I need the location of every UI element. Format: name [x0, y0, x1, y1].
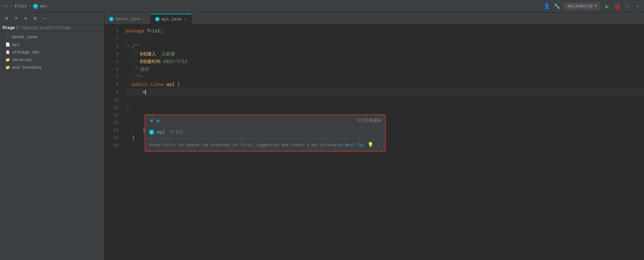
next-tip-button[interactable]: Next Tip: [345, 141, 364, 149]
code-line-9[interactable]: w: [126, 88, 644, 96]
autocomplete-w-letter: w: [157, 118, 159, 123]
breadcrumb-sep2: ›: [29, 4, 31, 9]
project-path: E:\myblog\javaFirstStage: [16, 26, 71, 30]
debug-icon[interactable]: 🐞: [614, 3, 621, 10]
tree-item-consoles-label: and Consoles: [12, 65, 42, 70]
tree-item-base1[interactable]: ☕ base1.java: [0, 33, 104, 41]
comment-desc: * 描述: [132, 65, 149, 73]
collapse-icon[interactable]: ≡: [13, 15, 20, 22]
run-config-button[interactable]: HelloWorld ▼: [564, 3, 600, 10]
autocomplete-wyl-text: wyl frist: [157, 128, 381, 136]
class-name: wyl: [167, 81, 174, 88]
tree-item-libraries-label: ibraries: [12, 58, 32, 62]
run-icon[interactable]: ▶: [604, 3, 610, 10]
breadcrumb-wyl: wyl: [40, 4, 47, 9]
code-content[interactable]: package frist; ▽ /** * @创建人 王延领 * @创建时间 …: [122, 24, 644, 260]
code-line-10: [126, 96, 644, 104]
brace-open: {: [177, 81, 180, 88]
code-editor[interactable]: 1 2 3 4 5 6 7 8 9 10 11 12 13 14 15 16: [105, 24, 644, 260]
code-line-11: ▷: [126, 104, 644, 111]
tree-item-iml-label: stStage.iml: [12, 50, 39, 55]
indent-spaces: [132, 88, 143, 96]
profile-run-icon[interactable]: ↩: [634, 3, 641, 10]
autocomplete-w-text: w: [157, 117, 354, 125]
indent-14: [132, 127, 143, 134]
autocomplete-item-wyl[interactable]: C wyl frist: [145, 127, 385, 138]
comment-line4: *: [132, 50, 140, 58]
fold-icon-3[interactable]: ▽: [126, 44, 130, 48]
profile-icon[interactable]: 👤: [544, 3, 550, 10]
iml-icon: 📋: [5, 50, 10, 55]
cursor: [145, 90, 146, 95]
wyl-icon: 📄: [5, 42, 10, 47]
settings-icon[interactable]: ⚙: [32, 15, 39, 22]
comment-end: **/: [132, 73, 143, 81]
code-line-8: public class wyl {: [126, 81, 644, 88]
code-line-2: [126, 35, 644, 43]
tab-wyl[interactable]: C wyl.java ✕: [151, 14, 192, 24]
typed-w: w: [143, 88, 145, 96]
autocomplete-wyl-rest: yl: [159, 130, 165, 135]
code-line-1: package frist;: [126, 27, 644, 35]
autocomplete-w-hint: 方式注释模板: [357, 117, 381, 125]
tab-bar: C base1.java ✕ C wyl.java ✕: [105, 13, 644, 24]
tab-base1-close[interactable]: ✕: [142, 17, 146, 22]
tree-item-libraries[interactable]: 📁 ibraries: [0, 56, 104, 64]
pkg-name: frist: [147, 27, 160, 35]
tree-item-wyl-label: wyl: [12, 42, 19, 47]
author-name: 王延领: [161, 50, 174, 58]
tree-item-consoles[interactable]: 📁 and Consoles: [0, 64, 104, 71]
add-icon[interactable]: ⊕: [3, 15, 10, 22]
wrench-icon[interactable]: 🔧: [554, 3, 560, 10]
tree-item-iml[interactable]: 📋 stStage.iml: [0, 48, 104, 56]
breadcrumb-class-icon: C: [33, 4, 38, 9]
bulb-icon[interactable]: 💡: [367, 141, 374, 149]
footer-icons: 💡 ⋮: [367, 141, 381, 149]
comment-line5: *: [132, 58, 140, 65]
tab-wyl-close[interactable]: ✕: [183, 17, 187, 22]
sidebar: ⊕ ≡ ⇅ ⚙ — Stage E:\myblog\javaFirstStage…: [0, 13, 105, 260]
project-stage-label: Stage: [3, 25, 15, 30]
autocomplete-popup[interactable]: W w 方式注释模板 C wyl frist: [145, 114, 386, 152]
expand-icon[interactable]: ⇅: [22, 15, 29, 22]
fold-icon-11[interactable]: ▷: [126, 105, 130, 109]
breadcrumb-sep1: ›: [10, 4, 13, 9]
semicolon1: ;: [160, 27, 163, 35]
autocomplete-wyl-pkg: frist: [170, 130, 183, 135]
editor-area: C base1.java ✕ C wyl.java ✕ 1 2 3 4 5 6 …: [105, 13, 644, 260]
kw-class: class: [151, 81, 164, 88]
annotation-time: @创建时间: [140, 58, 160, 65]
run-config-label: HelloWorld: [568, 4, 592, 9]
comment-start: /**: [132, 43, 140, 50]
code-line-6: * 描述: [126, 65, 644, 73]
close-sidebar-icon[interactable]: —: [41, 15, 48, 22]
code-line-7: **/: [126, 73, 644, 81]
tree-item-base1-label: base1.java: [12, 35, 37, 39]
autocomplete-item-w[interactable]: W w 方式注释模板: [145, 115, 385, 127]
breadcrumb-rc: rc: [3, 4, 8, 9]
libraries-icon: 📁: [5, 57, 10, 62]
kw-package: package: [126, 27, 144, 35]
java-file-icon: ☕: [5, 34, 10, 39]
title-bar-right: 👤 🔧 HelloWorld ▼ ▶ 🐞 ⚡ ↩: [544, 3, 641, 10]
autocomplete-class-icon: C: [149, 130, 154, 135]
code-line-5: * @创建时间 2021/7/12: [126, 58, 644, 65]
line-numbers: 1 2 3 4 5 6 7 8 9 10 11 12 13 14 15 16: [105, 24, 122, 260]
tab-base1-label: base1.java: [115, 17, 140, 21]
code-line-4: * @创建人 王延领: [126, 50, 644, 58]
tree-item-wyl[interactable]: 📄 wyl: [0, 41, 104, 48]
more-options-icon[interactable]: ⋮: [376, 141, 381, 149]
footer-tip-text: Press Ctrl+. to choose the selected (or …: [149, 141, 343, 149]
tab-base1[interactable]: C base1.java ✕: [105, 14, 151, 24]
tab-wyl-label: wyl.java: [161, 17, 181, 22]
coverage-icon[interactable]: ⚡: [624, 3, 631, 10]
sidebar-toolbar: ⊕ ≡ ⇅ ⚙ —: [0, 13, 104, 24]
autocomplete-footer: Press Ctrl+. to choose the selected (or …: [145, 140, 385, 151]
main-container: ⊕ ≡ ⇅ ⚙ — Stage E:\myblog\javaFirstStage…: [0, 13, 644, 260]
consoles-icon: 📁: [5, 65, 10, 70]
breadcrumb: rc › frist › C wyl: [3, 4, 48, 9]
autocomplete-w-icon: W: [149, 118, 154, 123]
sidebar-tree: ☕ base1.java 📄 wyl 📋 stStage.iml 📁 ibrar…: [0, 32, 104, 260]
title-bar: rc › frist › C wyl 👤 🔧 HelloWorld ▼ ▶ 🐞 …: [0, 0, 644, 13]
project-root: Stage E:\myblog\javaFirstStage: [0, 24, 104, 32]
